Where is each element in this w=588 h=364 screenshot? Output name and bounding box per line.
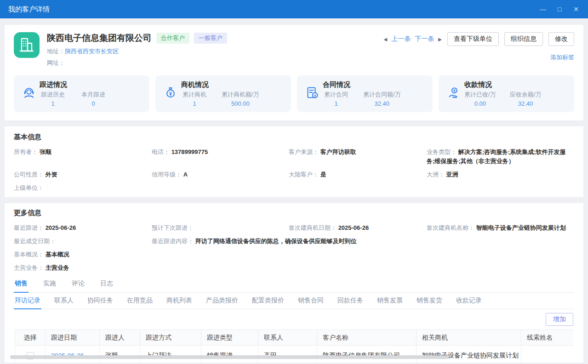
col-followup-method: 跟进方式 — [140, 330, 201, 346]
organization-info-button[interactable]: 组织信息 — [504, 32, 543, 46]
more-info-title: 更多信息 — [14, 209, 574, 217]
metric-label: 本月跟进 — [80, 91, 107, 99]
contract-doc-icon: ¥ — [304, 85, 323, 102]
stat-card-title: 商机情况 — [181, 80, 259, 89]
metric-value: 0.00 — [464, 100, 496, 107]
add-tag-link[interactable]: 添加标签 — [550, 53, 574, 62]
followup-stat-card: 跟进情况 跟进历史 1 本月跟进 0 — [14, 75, 149, 112]
cell-method: 上门拜访 — [140, 346, 201, 363]
hand-coin-icon: ¥ — [446, 85, 464, 102]
cell-follower: 张顺 — [100, 346, 140, 363]
svg-text:¥: ¥ — [314, 94, 316, 98]
subtab-payment-records[interactable]: 收款记录 — [455, 293, 483, 309]
stat-card-title: 收款情况 — [464, 80, 541, 89]
field-last-followup-content: 最近跟进内容： 拜访了网络通信设备供应的陈总，确保设备供应能够及时到位 — [152, 237, 574, 246]
col-follower: 跟进人 — [100, 330, 140, 346]
subtab-product-quotes[interactable]: 产品类报价 — [205, 293, 239, 309]
stat-card-title: 合同情况 — [323, 80, 401, 89]
col-select: 选择 — [15, 330, 46, 346]
next-arrow-icon[interactable]: ▶ — [438, 37, 442, 42]
field-credit-rating: 信用等级： A — [152, 170, 289, 179]
field-customer-source: 客户来源： 客户拜访获取 — [289, 148, 427, 166]
cell-lead-name — [521, 346, 574, 363]
metric-label: 累计已收/万 — [464, 91, 496, 99]
customer-header-panel: 陕西电子信息集团有限公司 合作客户 一般客户 地址：陕西省西安市长安区 网址： … — [5, 25, 583, 120]
basic-info-section: 基本信息 所有者： 张顺 电话： 13789999775 客户来源： 客户拜访获… — [5, 126, 583, 197]
subtab-collab-tasks[interactable]: 协同任务 — [86, 293, 114, 309]
subtab-contacts[interactable]: 联系人 — [53, 293, 74, 309]
field-last-deal-date: 最近成交日期： — [14, 237, 152, 246]
subtab-opportunity-list[interactable]: 商机列表 — [166, 293, 193, 309]
more-info-section: 更多信息 最近跟进： 2025-06-26 预计下次跟进： 首次建商机日期： 2… — [5, 203, 583, 363]
metric-value: 500.00 — [222, 100, 259, 107]
edit-button[interactable]: 修改 — [548, 32, 574, 46]
table-row: 2025-06-26 张顺 上门拜访 销售跟进 高田 陕西电子信息集团有限公司 … — [15, 346, 574, 363]
field-mainland-customer: 大陆客户： 是 — [289, 170, 427, 179]
field-company-nature: 公司性质： 外资 — [14, 170, 152, 179]
svg-text:¥: ¥ — [453, 88, 456, 93]
field-owner: 所有者： 张顺 — [14, 148, 152, 166]
field-first-opportunity-date: 首次建商机日期： 2025-06-26 — [289, 223, 427, 233]
headset-person-icon — [21, 85, 40, 102]
minimize-icon[interactable]: — — [539, 6, 547, 13]
address-label: 地址： — [47, 48, 65, 55]
metric-value: 32.40 — [510, 100, 542, 107]
col-related-opportunity: 相关商机 — [417, 330, 521, 346]
subtab-competing-products[interactable]: 在用竞品 — [126, 293, 154, 309]
basic-info-title: 基本信息 — [14, 133, 574, 142]
subtab-sales-shipments[interactable]: 销售发货 — [416, 293, 443, 309]
col-lead-name: 线索姓名 — [521, 330, 574, 346]
subtab-sales-contracts[interactable]: 销售合同 — [297, 293, 325, 309]
maximize-icon[interactable]: □ — [556, 6, 563, 13]
subtab-config-quotes[interactable]: 配置类报价 — [251, 293, 285, 309]
metric-value: 1 — [181, 100, 208, 107]
stat-card-title: 跟进情况 — [40, 80, 107, 89]
subtab-payment-tasks[interactable]: 回款任务 — [337, 293, 364, 309]
cell-opportunity: 智能电子设备产业链协同发展计划 — [417, 346, 521, 363]
field-parent-unit: 上级单位： — [14, 183, 152, 193]
metric-value: 1 — [40, 100, 66, 107]
metric-label: 累计合同额/万 — [363, 91, 401, 99]
field-phone: 电话： 13789999775 — [152, 148, 289, 166]
metric-value: 1 — [323, 100, 349, 107]
table-header-row: 选择 跟进日期 跟进人 跟进方式 跟进类型 联系人 客户名称 相关商机 线索姓名 — [15, 330, 574, 346]
close-icon[interactable]: ✕ — [572, 6, 580, 13]
metric-value: 0 — [80, 100, 107, 107]
main-tabs: 销售 实施 评论 日志 — [14, 278, 574, 293]
field-basic-overview: 基本概况： 基本概况 — [14, 250, 152, 259]
subtab-sales-invoices[interactable]: 销售发票 — [376, 293, 404, 309]
tab-logs[interactable]: 日志 — [99, 278, 114, 292]
metric-label: 累计合同 — [323, 91, 349, 99]
cell-customer: 陕西电子信息集团有限公司 — [317, 346, 417, 363]
tab-comments[interactable]: 评论 — [71, 278, 86, 292]
svg-text:¥: ¥ — [169, 91, 172, 97]
stats-cards-row: 跟进情况 跟进历史 1 本月跟进 0 ¥ — [14, 75, 574, 112]
opportunity-stat-card: ¥ 商机情况 累计商机 1 累计商机额/万 500.00 — [155, 75, 291, 112]
window-title: 我的客户详情 — [8, 5, 50, 14]
prev-arrow-icon[interactable]: ◀ — [384, 37, 388, 42]
tab-implementation[interactable]: 实施 — [42, 278, 57, 292]
subtab-visit-records[interactable]: 拜访记录 — [14, 293, 41, 309]
prev-record-link[interactable]: 上一条 — [391, 35, 411, 43]
contract-stat-card: ¥ 合同情况 累计合同 1 累计合同额/万 32.40 — [297, 75, 433, 112]
tag-general-customer: 一般客户 — [194, 33, 227, 44]
metric-label: 跟进历史 — [40, 91, 66, 99]
tab-sales[interactable]: 销售 — [14, 278, 29, 293]
metric-value: 32.40 — [363, 100, 401, 107]
metric-label: 累计商机 — [181, 91, 208, 99]
add-button[interactable]: 增加 — [546, 313, 573, 326]
next-record-link[interactable]: 下一条 — [415, 35, 434, 43]
view-subordinate-units-button[interactable]: 查看下级单位 — [447, 32, 499, 46]
company-building-icon — [14, 32, 40, 58]
cell-type: 销售跟进 — [201, 346, 258, 363]
address-value[interactable]: 陕西省西安市长安区 — [65, 48, 119, 55]
company-name: 陕西电子信息集团有限公司 — [47, 32, 152, 44]
window-titlebar: 我的客户详情 — □ ✕ — [0, 0, 588, 18]
sub-tabs: 拜访记录 联系人 协同任务 在用竞品 商机列表 产品类报价 配置类报价 销售合同… — [14, 293, 574, 309]
website-label: 网址： — [47, 59, 65, 66]
horizontal-scrollbar-thumb[interactable] — [10, 355, 449, 359]
cell-contact: 高田 — [258, 346, 317, 363]
field-next-followup: 预计下次跟进： — [152, 223, 289, 233]
money-bag-icon: ¥ — [163, 85, 181, 102]
col-contact: 联系人 — [258, 330, 317, 346]
